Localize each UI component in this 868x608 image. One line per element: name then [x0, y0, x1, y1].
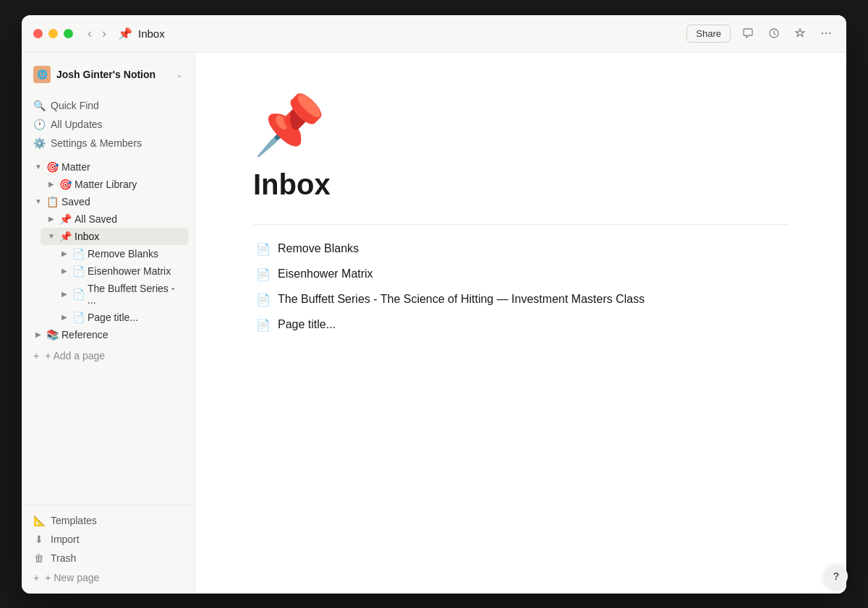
saved-children: ▶ 📌 All Saved ▼ 📌 Inbox ▶ 📄 [27, 210, 189, 326]
search-icon: 🔍 [33, 100, 45, 111]
list-item-label-1: Eisenhower Matrix [278, 267, 373, 281]
all-saved-label: All Saved [75, 213, 183, 225]
sidebar-top: 🌐 Josh Ginter's Notion ⌄ [22, 53, 195, 93]
add-page-label: + Add a page [45, 350, 105, 361]
inbox-children: ▶ 📄 Remove Blanks ▶ 📄 Eisenhower Matrix … [41, 245, 189, 326]
matter-children: ▶ 🎯 Matter Library [27, 176, 189, 193]
matter-icon: 🎯 [46, 161, 59, 173]
new-page-plus-icon: + [33, 572, 39, 583]
trash-icon: 🗑 [33, 552, 45, 564]
add-page-plus-icon: + [33, 350, 39, 361]
saved-item[interactable]: ▼ 📋 Saved [27, 193, 189, 210]
list-item[interactable]: 📄 The Buffett Series - The Science of Hi… [253, 287, 788, 312]
inbox-label: Inbox [75, 231, 183, 242]
settings-label: Settings & Members [51, 137, 142, 149]
sidebar: 🌐 Josh Ginter's Notion ⌄ 🔍 Quick Find 🕐 … [22, 53, 195, 594]
sidebar-tree: ▼ 🎯 Matter ▶ 🎯 Matter Library ▼ 📋 Saved [22, 155, 195, 505]
templates-item[interactable]: 📐 Templates [27, 511, 189, 530]
inbox-item[interactable]: ▼ 📌 Inbox [41, 228, 189, 245]
list-item[interactable]: 📄 Page title... [253, 312, 788, 338]
all-saved-item[interactable]: ▶ 📌 All Saved [41, 210, 189, 228]
forward-button[interactable]: › [99, 25, 109, 43]
minimize-button[interactable] [48, 29, 58, 38]
add-page-button[interactable]: + + Add a page [27, 346, 189, 365]
page-title: Inbox [253, 168, 788, 201]
close-button[interactable] [33, 29, 43, 38]
trash-label: Trash [51, 552, 76, 564]
new-page-button[interactable]: + + New page [27, 568, 189, 588]
import-icon: ⬇ [33, 534, 45, 545]
saved-icon: 📋 [46, 196, 59, 207]
list-item-icon-0: 📄 [256, 242, 271, 256]
workspace-avatar: 🌐 [33, 66, 51, 83]
matter-library-chevron-icon: ▶ [46, 180, 56, 188]
matter-chevron-icon: ▼ [33, 163, 43, 171]
matter-library-icon: 🎯 [59, 179, 72, 190]
page-icon-small: 📌 [118, 27, 132, 40]
reference-item[interactable]: ▶ 📚 Reference [27, 326, 189, 343]
list-item-icon-3: 📄 [256, 318, 271, 332]
settings-item[interactable]: ⚙️ Settings & Members [27, 134, 189, 153]
buffett-label: The Buffett Series - ... [88, 283, 183, 306]
matter-library-item[interactable]: ▶ 🎯 Matter Library [41, 176, 189, 193]
svg-point-2 [825, 33, 827, 34]
sidebar-nav: 🔍 Quick Find 🕐 All Updates ⚙️ Settings &… [22, 93, 195, 155]
templates-label: Templates [51, 515, 97, 526]
quick-find-item[interactable]: 🔍 Quick Find [27, 96, 189, 115]
list-item[interactable]: 📄 Remove Blanks [253, 236, 788, 262]
app-window: ‹ › 📌 Inbox Share [22, 15, 846, 594]
new-page-label: + New page [45, 572, 99, 583]
eisenhower-label: Eisenhower Matrix [88, 265, 183, 277]
buffett-icon: 📄 [72, 288, 85, 300]
page-title-icon: 📄 [72, 312, 85, 323]
eisenhower-chevron-icon: ▶ [59, 267, 69, 275]
titlebar-title: Inbox [138, 27, 165, 40]
more-button[interactable] [817, 25, 835, 42]
all-updates-item[interactable]: 🕐 All Updates [27, 115, 189, 134]
window-controls [33, 29, 73, 38]
workspace-item[interactable]: 🌐 Josh Ginter's Notion ⌄ [27, 61, 189, 87]
star-button[interactable] [791, 25, 809, 42]
all-saved-icon: 📌 [59, 213, 72, 225]
matter-item[interactable]: ▼ 🎯 Matter [27, 158, 189, 176]
workspace-name: Josh Ginter's Notion [56, 69, 170, 80]
eisenhower-item[interactable]: ▶ 📄 Eisenhower Matrix [54, 262, 189, 280]
svg-point-1 [822, 33, 823, 34]
remove-blanks-item[interactable]: ▶ 📄 Remove Blanks [54, 245, 189, 262]
remove-blanks-chevron-icon: ▶ [59, 249, 69, 257]
page-title-chevron-icon: ▶ [59, 313, 69, 321]
all-updates-label: All Updates [51, 119, 103, 130]
comment-button[interactable] [739, 25, 757, 42]
matter-library-label: Matter Library [75, 179, 183, 190]
inbox-chevron-icon: ▼ [46, 232, 56, 240]
templates-icon: 📐 [33, 515, 45, 526]
content-divider [253, 224, 788, 225]
quick-find-label: Quick Find [51, 100, 99, 111]
list-item-label-2: The Buffett Series - The Science of Hitt… [278, 293, 644, 306]
buffett-item[interactable]: ▶ 📄 The Buffett Series - ... [54, 280, 189, 309]
main-layout: 🌐 Josh Ginter's Notion ⌄ 🔍 Quick Find 🕐 … [22, 53, 846, 594]
maximize-button[interactable] [64, 29, 73, 38]
sidebar-footer: 📐 Templates ⬇ Import 🗑 Trash + + New pag… [22, 505, 195, 594]
inbox-icon: 📌 [59, 231, 72, 242]
help-button[interactable]: ? [825, 565, 848, 588]
updates-icon: 🕐 [33, 119, 45, 130]
import-item[interactable]: ⬇ Import [27, 530, 189, 549]
history-button[interactable] [765, 25, 783, 42]
list-item-label-3: Page title... [278, 318, 336, 331]
buffett-chevron-icon: ▶ [59, 290, 69, 298]
share-button[interactable]: Share [686, 25, 731, 43]
reference-icon: 📚 [46, 329, 59, 341]
page-title-label: Page title... [88, 312, 183, 323]
list-item-icon-2: 📄 [256, 293, 271, 307]
list-item-label-0: Remove Blanks [278, 242, 359, 255]
back-button[interactable]: ‹ [85, 25, 95, 43]
remove-blanks-label: Remove Blanks [88, 248, 183, 260]
trash-item[interactable]: 🗑 Trash [27, 549, 189, 568]
svg-point-3 [829, 33, 830, 34]
help-label: ? [833, 570, 840, 582]
matter-label: Matter [61, 161, 183, 173]
list-item[interactable]: 📄 Eisenhower Matrix [253, 262, 788, 287]
nav-controls: ‹ › [85, 25, 109, 43]
page-title-item[interactable]: ▶ 📄 Page title... [54, 309, 189, 326]
